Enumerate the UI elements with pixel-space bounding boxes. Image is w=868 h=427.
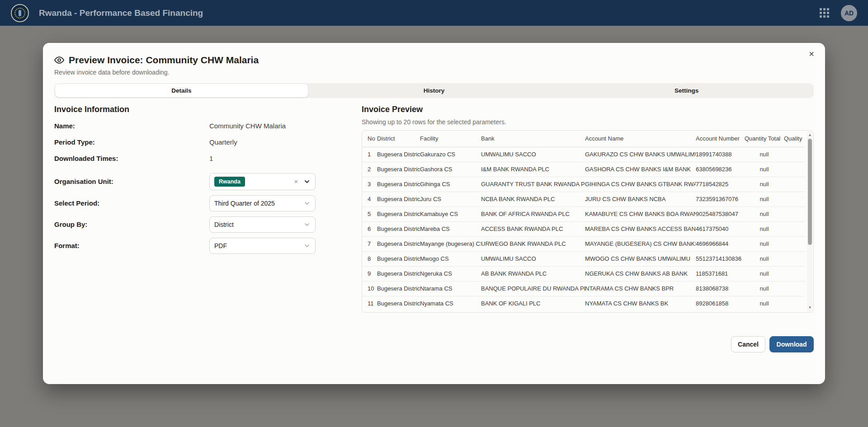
cell-account-number: 9025487538047	[696, 206, 745, 221]
organisation-unit-label: Organisation Unit:	[54, 177, 209, 186]
chevron-down-icon	[303, 200, 311, 207]
org-unit-chip-rwanda[interactable]: Rwanda	[214, 177, 245, 187]
group-by-dropdown[interactable]: District	[209, 216, 316, 233]
cell-account-name: JURU CS CHW BANKS NCBA	[585, 192, 696, 206]
cell-account-number: 1185371681	[696, 266, 745, 281]
cell-district: Bugesera District	[377, 177, 420, 192]
cell-bank: GUARANTY TRUST BANK RWANDA PLC	[481, 177, 585, 192]
cell-facility: Ngeruka CS	[420, 266, 481, 281]
cell-bank: BANQUE POPULAIRE DU RWANDA PLC	[481, 281, 585, 296]
cell-quality	[784, 236, 805, 251]
app-title: Rwanda - Performance Based Financing	[39, 8, 203, 18]
table-row: 10Bugesera DistrictNtarama CSBANQUE POPU…	[362, 281, 805, 296]
cell-quality	[784, 266, 805, 281]
cell-bank: UMWALIMU SACCO	[481, 147, 585, 162]
tab-details[interactable]: Details	[55, 84, 308, 97]
cell-quality	[784, 162, 805, 177]
cell-quality	[784, 251, 805, 266]
select-period-dropdown[interactable]: Third Quarter of 2025	[209, 195, 316, 211]
cell-district: Bugesera District	[377, 206, 420, 221]
cell-quantity-total: null	[745, 251, 784, 266]
cell-district: Bugesera District	[377, 296, 420, 311]
cell-district: Bugesera District	[377, 281, 420, 296]
format-value: PDF	[214, 242, 303, 249]
table-row: 4Bugesera DistrictJuru CSNCBA BANK RWAND…	[362, 192, 805, 206]
invoice-preview-heading: Invoice Preview	[362, 105, 814, 114]
cell-bank: AB BANK RWANDA PLC	[481, 266, 585, 281]
scroll-down-icon[interactable]: ▼	[807, 305, 813, 311]
format-dropdown[interactable]: PDF	[209, 238, 316, 254]
table-row: 9Bugesera DistrictNgeruka CSAB BANK RWAN…	[362, 266, 805, 281]
cell-account-name: GAKURAZO CS CHW BANKS UMWALIMU	[585, 147, 696, 162]
table-row: 11Bugesera DistrictNyamata CSBANK OF KIG…	[362, 296, 805, 311]
tab-settings[interactable]: Settings	[560, 84, 813, 97]
cell-facility: Gihinga CS	[420, 177, 481, 192]
cell-district: Bugesera District	[377, 266, 420, 281]
top-app-bar: Rwanda - Performance Based Financing AD	[0, 0, 868, 26]
cell-quantity-total: null	[745, 192, 784, 206]
tab-history[interactable]: History	[308, 84, 561, 97]
eye-icon	[54, 55, 64, 65]
user-avatar[interactable]: AD	[841, 5, 857, 21]
period-type-value: Quarterly	[209, 138, 237, 147]
scrollbar-thumb[interactable]	[808, 139, 812, 245]
cell-facility: Mareba CS	[420, 221, 481, 236]
group-by-label: Group By:	[54, 220, 209, 229]
table-row: 3Bugesera DistrictGihinga CSGUARANTY TRU…	[362, 177, 805, 192]
name-label: Name:	[54, 122, 209, 131]
cell-district: Bugesera District	[377, 192, 420, 206]
table-row: 8Bugesera DistrictMwogo CSUMWALIMU SACCO…	[362, 251, 805, 266]
cell-account-number: 8928061858	[696, 296, 745, 311]
cell-quantity-total: null	[745, 281, 784, 296]
cell-account-name: GIHINGA CS CHW BANKS GTBANK RWANDA	[585, 177, 696, 192]
cell-quantity-total: null	[745, 221, 784, 236]
close-icon[interactable]: ×	[806, 48, 817, 59]
cell-bank: I&M BANK RWANDA PLC	[481, 162, 585, 177]
table-scrollbar[interactable]: ▲ ▼	[807, 131, 813, 312]
cell-account-name: KAMABUYE CS CHW BANKS BOA RWANDA	[585, 206, 696, 221]
cell-no: 10	[362, 281, 377, 296]
invoice-table-body: 1Bugesera DistrictGakurazo CSUMWALIMU SA…	[362, 147, 805, 311]
cell-bank: NCBA BANK RWANDA PLC	[481, 192, 585, 206]
cancel-button[interactable]: Cancel	[731, 336, 765, 352]
cell-district: Bugesera District	[377, 162, 420, 177]
cell-no: 8	[362, 251, 377, 266]
cell-account-number: 4696966844	[696, 236, 745, 251]
column-header-account-name: Account Name	[585, 131, 696, 147]
column-header-facility: Facility	[420, 131, 481, 147]
chevron-down-icon	[303, 178, 311, 185]
cell-district: Bugesera District	[377, 236, 420, 251]
invoice-information-heading: Invoice Information	[54, 105, 316, 114]
modal-subtitle: Review invoice data before downloading.	[54, 69, 814, 76]
downloaded-times-label: Downloaded Times:	[54, 154, 209, 163]
cell-district: Bugesera District	[377, 251, 420, 266]
cell-bank: UMWALIMU SACCO	[481, 251, 585, 266]
cell-no: 6	[362, 221, 377, 236]
apps-menu-icon[interactable]	[820, 8, 829, 18]
modal-tabs: Details History Settings	[54, 83, 814, 98]
cell-account-number: 55123714130836	[696, 251, 745, 266]
organisation-unit-select[interactable]: Rwanda ×	[209, 173, 316, 190]
cell-no: 5	[362, 206, 377, 221]
chevron-down-icon	[303, 242, 311, 249]
cell-quality	[784, 221, 805, 236]
table-row: 5Bugesera DistrictKamabuye CSBANK OF AFR…	[362, 206, 805, 221]
cell-account-name: NGERUKA CS CHW BANKS AB BANK	[585, 266, 696, 281]
clear-selection-icon[interactable]: ×	[294, 178, 298, 185]
cell-quality	[784, 147, 805, 162]
modal-title: Preview Invoice: Community CHW Malaria	[69, 55, 259, 66]
cell-no: 9	[362, 266, 377, 281]
select-period-label: Select Period:	[54, 199, 209, 208]
cell-quality	[784, 296, 805, 311]
cell-account-name: NYAMATA CS CHW BANKS BK	[585, 296, 696, 311]
download-button[interactable]: Download	[769, 336, 814, 352]
preview-invoice-modal: × Preview Invoice: Community CHW Malaria…	[43, 43, 825, 384]
scroll-up-icon[interactable]: ▲	[807, 132, 813, 138]
cell-bank: BANK OF AFRICA RWANDA PLC	[481, 206, 585, 221]
cell-account-number: 7718542825	[696, 177, 745, 192]
cell-account-number: 8138068738	[696, 281, 745, 296]
cell-quantity-total: null	[745, 206, 784, 221]
rwanda-coat-of-arms-logo	[11, 4, 29, 22]
cell-account-number: 7323591367076	[696, 192, 745, 206]
cell-district: Bugesera District	[377, 221, 420, 236]
